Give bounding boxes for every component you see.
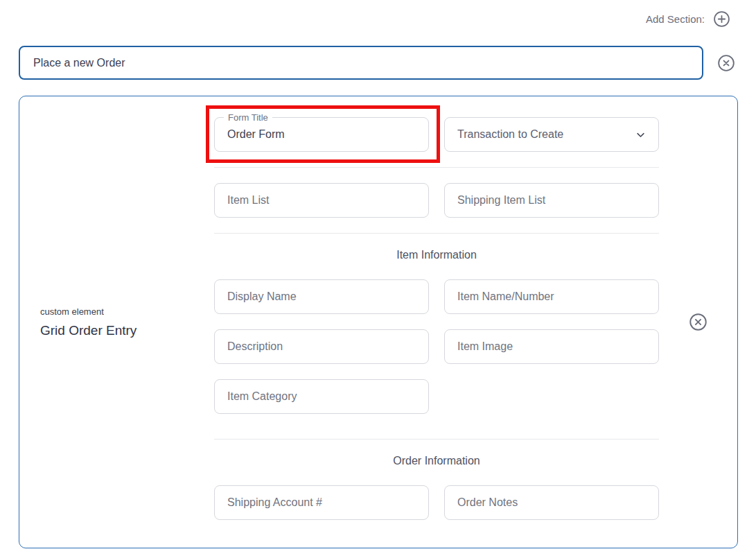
item-list-label: Item List: [227, 194, 269, 207]
element-card: custom element Grid Order Entry Form Tit…: [19, 96, 738, 548]
shipping-account-field[interactable]: Shipping Account #: [214, 485, 429, 520]
shipping-item-list-label: Shipping Item List: [457, 194, 545, 207]
element-label-column: custom element Grid Order Entry: [19, 96, 214, 548]
add-section-row: Add Section:: [646, 10, 730, 28]
section-title-input[interactable]: [19, 46, 703, 80]
item-image-field[interactable]: Item Image: [444, 329, 659, 364]
element-form-preview: Form Title Order Form Transaction to Cre…: [214, 96, 659, 548]
form-title-floating-label: Form Title: [224, 112, 272, 123]
item-name-number-label: Item Name/Number: [457, 290, 554, 303]
empty-cell: [444, 379, 659, 414]
item-list-field[interactable]: Item List: [214, 183, 429, 218]
element-close-column: [659, 96, 737, 548]
remove-section-button[interactable]: [717, 54, 735, 72]
transaction-to-create-label: Transaction to Create: [457, 128, 563, 141]
item-category-label: Item Category: [227, 390, 297, 403]
transaction-to-create-select[interactable]: Transaction to Create: [444, 117, 659, 152]
item-category-field[interactable]: Item Category: [214, 379, 429, 414]
shipping-item-list-field[interactable]: Shipping Item List: [444, 183, 659, 218]
order-notes-label: Order Notes: [457, 496, 518, 509]
chevron-down-icon: [635, 130, 646, 140]
section-title-row: [19, 46, 735, 80]
order-notes-field[interactable]: Order Notes: [444, 485, 659, 520]
form-title-value: Order Form: [227, 128, 285, 141]
element-kind-label: custom element: [40, 306, 214, 317]
plus-circle-icon: [713, 10, 730, 28]
item-name-number-field[interactable]: Item Name/Number: [444, 279, 659, 314]
description-label: Description: [227, 340, 283, 353]
description-field[interactable]: Description: [214, 329, 429, 364]
divider: [214, 167, 659, 168]
divider: [214, 233, 659, 234]
item-information-heading: Item Information: [214, 249, 659, 261]
remove-element-button[interactable]: [689, 313, 707, 331]
element-name: Grid Order Entry: [40, 323, 214, 338]
shipping-account-label: Shipping Account #: [227, 496, 322, 509]
add-section-label: Add Section:: [646, 13, 705, 25]
item-image-label: Item Image: [457, 340, 513, 353]
add-section-button[interactable]: [713, 10, 730, 28]
form-title-cell: Form Title Order Form: [214, 117, 429, 152]
display-name-label: Display Name: [227, 290, 297, 303]
order-information-heading: Order Information: [214, 455, 659, 467]
form-title-field[interactable]: Form Title Order Form: [214, 117, 429, 152]
x-circle-icon: [689, 313, 707, 331]
display-name-field[interactable]: Display Name: [214, 279, 429, 314]
divider: [214, 439, 659, 440]
x-circle-icon: [717, 54, 735, 72]
